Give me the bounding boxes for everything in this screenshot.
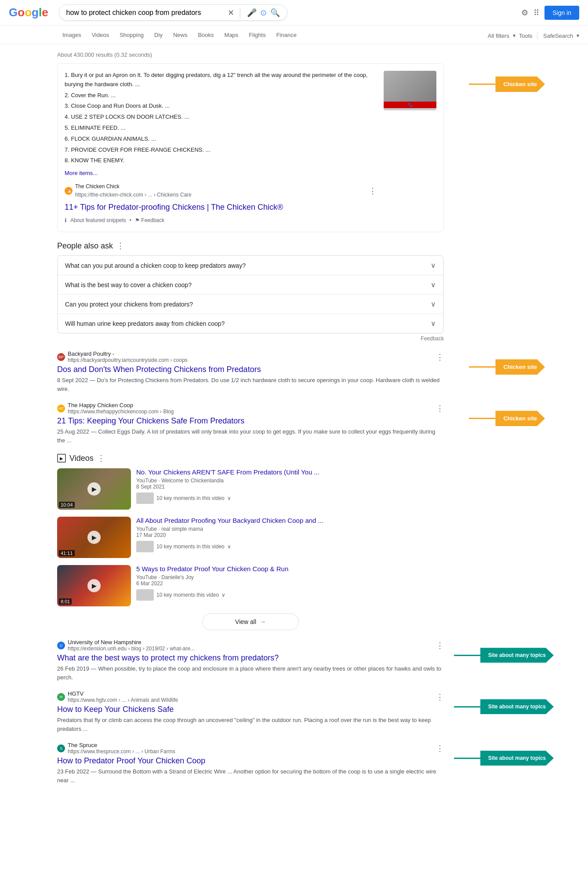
result-url-2: https://www.thehappychickencoop.com › Bl… xyxy=(68,408,174,415)
result-source-hgtv: H HGTV https://www.hgtv.com › ... › Anim… xyxy=(57,690,444,703)
result-title-hgtv[interactable]: How to Keep Your Chickens Safe xyxy=(57,705,444,714)
paa-feedback[interactable]: Feedback xyxy=(57,336,444,342)
topic-annotation-3: Site about many topics xyxy=(454,751,554,766)
chevron-down-icon: ∨ xyxy=(221,592,225,598)
list-item: 8. KNOW THE ENEMY. xyxy=(65,156,377,165)
more-items-link[interactable]: More items... xyxy=(65,169,377,178)
tab-maps[interactable]: Maps xyxy=(219,27,244,44)
clear-icon[interactable]: ✕ xyxy=(228,8,234,18)
source-name: The Chicken Chick xyxy=(75,182,192,191)
result-title-spruce[interactable]: How to Predator Proof Your Chicken Coop xyxy=(57,756,444,766)
video-moments-2[interactable]: 10 key moments in this video ∨ xyxy=(136,541,444,552)
videos-section: ▶ Videos ⋮ ▶ 10:04 No. Your Chickens ARE… xyxy=(57,453,444,630)
apps-icon[interactable]: ⠿ xyxy=(534,8,539,18)
tab-flights[interactable]: Flights xyxy=(243,27,271,44)
result-source-2: HC The Happy Chicken Coop https://www.th… xyxy=(57,402,444,415)
sign-in-button[interactable]: Sign in xyxy=(544,6,579,20)
feedback-link[interactable]: ⚑ Feedback xyxy=(135,216,164,225)
result-title-2[interactable]: 21 Tips: Keeping Your Chickens Safe From… xyxy=(57,416,444,426)
result-options-icon-2[interactable]: ⋮ xyxy=(436,404,444,413)
video-moments-3[interactable]: 10 key moments this video ∨ xyxy=(136,589,444,601)
video-title-2[interactable]: All About Predator Proofing Your Backyar… xyxy=(136,517,444,524)
video-duration-2: 41:11 xyxy=(59,550,75,556)
list-item: 2. Cover the Run. ... xyxy=(65,91,377,100)
list-item: 7. PROVIDE COVER FOR FREE-RANGE CHICKENS… xyxy=(65,146,377,155)
search-bar[interactable]: ✕ │ 🎤 ⊙ 🔍 xyxy=(59,4,287,21)
lens-icon[interactable]: ⊙ xyxy=(260,8,267,18)
tab-finance[interactable]: Finance xyxy=(271,27,302,44)
result-domain-unh: University of New Hampshire xyxy=(68,639,195,646)
about-snippets-text[interactable]: About featured snippets xyxy=(70,216,126,225)
result-options-icon-1[interactable]: ⋮ xyxy=(436,352,444,362)
video-duration-3: 8:01 xyxy=(59,598,72,605)
result-snippet-unh: 26 Feb 2019 — When possible, try to plac… xyxy=(57,664,444,682)
featured-meta: ℹ About featured snippets • ⚑ Feedback xyxy=(65,216,377,225)
tab-news[interactable]: News xyxy=(168,27,193,44)
moments-thumb-2 xyxy=(136,541,154,552)
search-icon[interactable]: 🔍 xyxy=(270,8,280,18)
safesearch-button[interactable]: SafeSearch xyxy=(543,33,573,39)
play-icon-2: ▶ xyxy=(87,531,101,544)
paa-item-4[interactable]: Will human urine keep predators away fro… xyxy=(58,314,443,333)
result-source-spruce: S The Spruce https://www.thespruce.com ›… xyxy=(57,742,444,755)
more-options-icon[interactable]: ⋮ xyxy=(369,185,377,197)
tools-button[interactable]: Tools xyxy=(519,33,532,39)
result-url-spruce: https://www.thespruce.com › ... › Urban … xyxy=(68,748,175,755)
video-title-1[interactable]: No. Your Chickens AREN'T SAFE From Preda… xyxy=(136,468,444,476)
result-options-icon-unh[interactable]: ⋮ xyxy=(436,641,444,650)
videos-options-icon[interactable]: ⋮ xyxy=(97,453,105,463)
list-item: 3. Close Coop and Run Doors at Dusk. ... xyxy=(65,102,377,111)
people-also-ask: People also ask ⋮ What can you put aroun… xyxy=(57,241,444,342)
featured-image: 🐾 xyxy=(384,71,436,110)
settings-icon[interactable]: ⚙ xyxy=(521,8,528,18)
source-url: https://the-chicken-chick.com › ... › Ch… xyxy=(75,191,192,199)
tab-videos[interactable]: Videos xyxy=(87,27,115,44)
nav-right: All filters ▾ Tools │ SafeSearch ▾ xyxy=(488,32,579,39)
header-icons: ⚙ ⠿ Sign in xyxy=(521,6,579,20)
search-result-1: BP Backyard Poultry - https://backyardpo… xyxy=(57,350,444,393)
result-options-icon-hgtv[interactable]: ⋮ xyxy=(436,692,444,702)
paa-item-1[interactable]: What can you put around a chicken coop t… xyxy=(58,255,443,275)
result-favicon-unh: U xyxy=(57,642,65,649)
result-source-1: BP Backyard Poultry - https://backyardpo… xyxy=(57,350,444,363)
video-thumb-2[interactable]: ▶ 41:11 xyxy=(57,517,131,558)
video-date-1: 8 Sept 2021 xyxy=(136,484,444,490)
featured-list: 1. Bury it or put an Apron on It. To det… xyxy=(65,71,377,165)
video-thumb-1[interactable]: ▶ 10:04 xyxy=(57,468,131,510)
view-all-button[interactable]: View all → xyxy=(202,613,299,630)
result-title-unh[interactable]: What are the best ways to protect my chi… xyxy=(57,653,444,663)
result-domain-1: Backyard Poultry - xyxy=(68,350,188,357)
search-input[interactable] xyxy=(66,9,225,17)
tab-books[interactable]: Books xyxy=(192,27,219,44)
result-snippet-hgtv: Predators that fly or climb can access t… xyxy=(57,716,444,733)
paa-container: What can you put around a chicken coop t… xyxy=(57,255,444,334)
chevron-down-icon: ∨ xyxy=(431,261,436,270)
all-filters-button[interactable]: All filters xyxy=(488,33,509,39)
voice-icon[interactable]: 🎤 xyxy=(247,8,257,18)
tab-diy[interactable]: Diy xyxy=(149,27,168,44)
list-item: 1. Bury it or put an Apron on It. To det… xyxy=(65,71,377,89)
video-info-2: All About Predator Proofing Your Backyar… xyxy=(136,517,444,558)
result-snippet-2: 25 Aug 2022 — Collect Eggs Daily. A lot … xyxy=(57,427,444,445)
results-count: About 430,000 results (0.32 seconds) xyxy=(57,51,444,58)
tab-shopping[interactable]: Shopping xyxy=(114,27,149,44)
result-title-1[interactable]: Dos and Don'ts When Protecting Chickens … xyxy=(57,365,444,374)
tab-images[interactable]: Images xyxy=(57,27,87,44)
result-snippet-1: 8 Sept 2022 — Do's for Protecting Chicke… xyxy=(57,376,444,393)
video-info-1: No. Your Chickens AREN'T SAFE From Preda… xyxy=(136,468,444,510)
paa-item-2[interactable]: What is the best way to cover a chicken … xyxy=(58,275,443,294)
result-favicon-2: HC xyxy=(57,405,65,412)
featured-title-link[interactable]: 11+ Tips for Predator-proofing Chickens … xyxy=(65,201,377,214)
source-favicon: 🐔 xyxy=(65,187,73,195)
video-title-3[interactable]: 5 Ways to Predator Proof Your Chicken Co… xyxy=(136,565,444,573)
video-thumb-3[interactable]: ▶ 8:01 xyxy=(57,565,131,606)
paa-item-3[interactable]: Can you protect your chickens from preda… xyxy=(58,294,443,314)
chicken-site-annotation-1: Chicken site xyxy=(469,77,545,92)
paa-options-icon[interactable]: ⋮ xyxy=(116,241,124,251)
result-options-icon-spruce[interactable]: ⋮ xyxy=(436,744,444,753)
video-duration-1: 10:04 xyxy=(59,502,75,508)
header: Google ✕ │ 🎤 ⊙ 🔍 ⚙ ⠿ Sign in xyxy=(0,0,588,26)
video-date-3: 6 Mar 2022 xyxy=(136,580,444,587)
list-item: 4. USE 2 STEP LOCKS ON DOOR LATCHES. ... xyxy=(65,113,377,122)
video-moments-1[interactable]: 10 key moments in this video ∨ xyxy=(136,492,444,504)
